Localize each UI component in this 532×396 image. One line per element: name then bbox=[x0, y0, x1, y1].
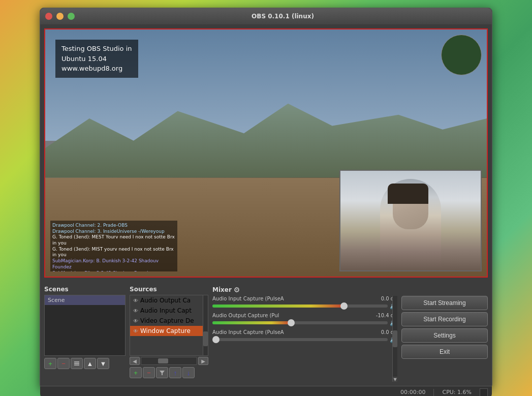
window-title: OBS 0.10.1 (linux) bbox=[79, 13, 487, 20]
webcam-overlay bbox=[339, 170, 482, 271]
mixer-track-1-controls: 🔊 bbox=[212, 302, 397, 310]
mixer-track-2-controls: 🔊 bbox=[212, 319, 397, 326]
bottom-panel: Scenes Scene + − ▲ ▼ bbox=[40, 282, 492, 386]
statusbar-icon[interactable] bbox=[480, 388, 488, 397]
chevron-down-icon: ▼ bbox=[393, 377, 396, 382]
start-streaming-button[interactable]: Start Streaming bbox=[401, 296, 488, 310]
source-item-audio-input[interactable]: 👁 Audio Input Capt bbox=[130, 306, 208, 316]
scenes-toolbar: + − ▲ ▼ bbox=[44, 358, 126, 369]
mixer-track-3-label: Audio Input Capture (PulseA 0.0 dB bbox=[212, 329, 397, 335]
eye-icon: 👁 bbox=[133, 298, 138, 303]
eye-icon: 👁 bbox=[133, 318, 138, 324]
svg-marker-3 bbox=[160, 371, 165, 375]
exit-button[interactable]: Exit bbox=[401, 345, 488, 359]
source-item-video-capture[interactable]: 👁 Video Capture De bbox=[130, 316, 208, 326]
mixer-scrollbar[interactable]: ▼ bbox=[392, 296, 397, 382]
mixer-track-3: Audio Input Capture (PulseA 0.0 dB 🔊 bbox=[212, 329, 397, 343]
minimize-button[interactable] bbox=[56, 13, 64, 20]
mixer-track-2: Audio Output Capture (Pul -10.4 dB 🔊 bbox=[212, 313, 397, 326]
scenes-panel: Scenes Scene + − ▲ ▼ bbox=[44, 286, 126, 382]
mixer-track-1-fill bbox=[212, 304, 344, 308]
main-window: OBS 0.10.1 (linux) Testing OBS Studio in… bbox=[40, 8, 492, 388]
mixer-settings-icon[interactable]: ⚙ bbox=[234, 286, 240, 294]
sources-scroll-row: ◀ ▶ bbox=[130, 357, 208, 365]
scene-up-button[interactable]: ▲ bbox=[84, 358, 96, 369]
mixer-track-3-controls: 🔊 bbox=[212, 336, 397, 343]
svg-rect-1 bbox=[74, 363, 79, 364]
sources-toolbar: + − ↑ ↓ bbox=[130, 367, 208, 378]
sources-scrollbar[interactable] bbox=[203, 295, 208, 355]
obs-info-overlay: Testing OBS Studio in Ubuntu 15.04 www.w… bbox=[55, 40, 138, 78]
configure-scene-button[interactable] bbox=[71, 358, 83, 369]
maximize-button[interactable] bbox=[68, 13, 75, 20]
remove-scene-button[interactable]: − bbox=[57, 358, 70, 369]
source-up-button[interactable]: ↑ bbox=[169, 367, 181, 378]
statusbar-separator bbox=[433, 389, 434, 396]
mixer-track-2-label: Audio Output Capture (Pul -10.4 dB bbox=[212, 313, 397, 318]
configure-icon bbox=[74, 360, 80, 367]
elapsed-time: 00:00:00 bbox=[400, 389, 425, 395]
mixer-track-1-thumb[interactable] bbox=[340, 302, 348, 310]
scene-down-button[interactable]: ▼ bbox=[97, 358, 109, 369]
statusbar: 00:00:00 CPU: 1.6% bbox=[40, 386, 492, 396]
mixer-track-3-slider-container bbox=[212, 338, 388, 341]
preview-canvas: Testing OBS Studio in Ubuntu 15.04 www.w… bbox=[44, 28, 488, 278]
mixer-panel: Mixer ⚙ Audio Input Capture (PulseA 0.0 … bbox=[212, 286, 397, 382]
sources-panel: Sources 👁 Audio Output Ca 👁 Audio Input … bbox=[130, 286, 208, 382]
game-preview: Testing OBS Studio in Ubuntu 15.04 www.w… bbox=[45, 29, 487, 277]
scenes-list[interactable]: Scene bbox=[44, 295, 126, 356]
svg-rect-0 bbox=[74, 361, 79, 362]
add-source-button[interactable]: + bbox=[130, 367, 142, 378]
controls-panel: Start Streaming Start Recording Settings… bbox=[401, 286, 488, 382]
webcam-feed bbox=[340, 171, 481, 270]
titlebar: OBS 0.10.1 (linux) bbox=[40, 8, 492, 24]
eye-icon: 👁 bbox=[133, 328, 138, 334]
mixer-track-1-slider-container bbox=[212, 304, 388, 308]
scene-item[interactable]: Scene bbox=[45, 295, 125, 305]
start-recording-button[interactable]: Start Recording bbox=[401, 312, 488, 326]
add-scene-button[interactable]: + bbox=[44, 358, 56, 369]
mixer-header: Mixer ⚙ bbox=[212, 286, 397, 294]
sources-list-wrapper: 👁 Audio Output Ca 👁 Audio Input Capt 👁 V… bbox=[130, 295, 208, 356]
close-button[interactable] bbox=[45, 13, 52, 20]
scroll-thumb bbox=[158, 358, 168, 363]
mixer-track-1: Audio Input Capture (PulseA 0.0 dB 🔊 bbox=[212, 296, 397, 310]
mixer-track-1-label: Audio Input Capture (PulseA 0.0 dB bbox=[212, 296, 397, 301]
settings-button[interactable]: Settings bbox=[401, 328, 488, 343]
source-item-audio-output[interactable]: 👁 Audio Output Ca bbox=[130, 295, 208, 306]
scenes-header: Scenes bbox=[44, 286, 126, 293]
filter-icon bbox=[159, 370, 165, 376]
sources-list[interactable]: 👁 Audio Output Ca 👁 Audio Input Capt 👁 V… bbox=[130, 295, 208, 355]
mixer-scrollbar-thumb bbox=[393, 330, 397, 348]
mixer-track-3-thumb[interactable] bbox=[212, 336, 220, 343]
remove-source-button[interactable]: − bbox=[143, 367, 155, 378]
scroll-left-arrow[interactable]: ◀ bbox=[130, 357, 140, 365]
scroll-right-arrow[interactable]: ▶ bbox=[198, 357, 208, 365]
mixer-track-2-slider-container bbox=[212, 321, 388, 324]
svg-rect-2 bbox=[74, 364, 79, 365]
mixer-track-2-thumb[interactable] bbox=[288, 319, 295, 326]
sources-header: Sources bbox=[130, 286, 208, 293]
sources-scrollbar-thumb bbox=[203, 331, 208, 347]
scroll-track[interactable] bbox=[141, 357, 197, 365]
source-down-button[interactable]: ↓ bbox=[182, 367, 195, 378]
chat-overlay: Drawpool Channel: 2. Prade-OBS Drawpool … bbox=[50, 221, 177, 271]
mixer-tracks: Audio Input Capture (PulseA 0.0 dB 🔊 bbox=[212, 296, 397, 346]
mixer-track-2-fill bbox=[212, 321, 291, 324]
source-item-window-capture[interactable]: 👁 Window Capture bbox=[130, 326, 208, 336]
minimap bbox=[441, 35, 482, 75]
eye-icon: 👁 bbox=[133, 308, 138, 314]
cpu-usage: CPU: 1.6% bbox=[442, 389, 472, 395]
mixer-scroll-down[interactable]: ▼ bbox=[393, 377, 397, 382]
filter-source-button[interactable] bbox=[156, 367, 168, 378]
